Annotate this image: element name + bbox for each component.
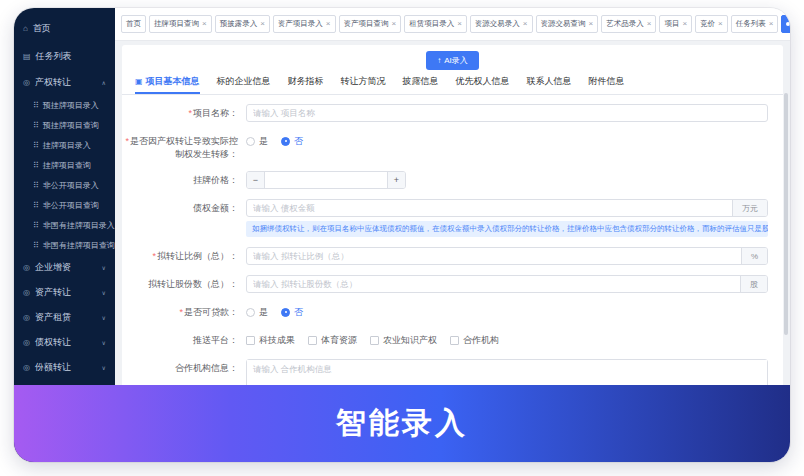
sidebar-subitem-0-3[interactable]: ⠿挂牌项目查询 bbox=[14, 155, 115, 175]
upload-icon: ↑ bbox=[437, 56, 441, 65]
debt-amount-input[interactable] bbox=[247, 203, 732, 213]
sidebar-item-0[interactable]: ⌂首页 bbox=[14, 14, 115, 42]
form-tab-6[interactable]: 联系人信息 bbox=[527, 75, 572, 94]
sidebar-subitem-label: 预挂牌项目录入 bbox=[43, 100, 99, 111]
sidebar-group-label: 资产转让 bbox=[35, 286, 71, 299]
field-label-text: 项目名称： bbox=[193, 108, 238, 118]
sidebar-group-1[interactable]: ◎企业增资∨ bbox=[14, 255, 115, 280]
page-tab-1[interactable]: 挂牌项目查询× bbox=[149, 15, 212, 33]
push-platforms-checkbox-group: 科技成果体育资源农业知识产权合作机构 bbox=[246, 331, 768, 349]
close-icon[interactable]: × bbox=[326, 20, 331, 28]
chevron-down-icon: ∨ bbox=[102, 314, 106, 321]
field-label-text: 合作机构信息： bbox=[175, 363, 238, 373]
form-tab-2[interactable]: 财务指标 bbox=[288, 75, 324, 94]
form-tab-3[interactable]: 转让方简况 bbox=[341, 75, 386, 94]
sidebar-subitem-label: 非国有挂牌项目录入 bbox=[43, 220, 115, 231]
page-tab-12[interactable]: 预挂牌项目录入× bbox=[781, 15, 790, 33]
page-tab-label: 竞价 bbox=[700, 19, 715, 29]
page-tab-6[interactable]: 资源交易录入× bbox=[470, 15, 533, 33]
sidebar-group-0[interactable]: ◎产权转让∧ bbox=[14, 70, 115, 95]
loan-available-radio-0[interactable]: 是 bbox=[246, 306, 268, 319]
scrollbar-thumb[interactable] bbox=[784, 93, 788, 335]
form-tab-label: 转让方简况 bbox=[341, 76, 386, 86]
sidebar-group-3[interactable]: ◎资产租赁∨ bbox=[14, 305, 115, 330]
page-tab-7[interactable]: 资源交易查询× bbox=[536, 15, 599, 33]
plus-button[interactable]: + bbox=[387, 172, 405, 188]
sidebar-subitem-0-2[interactable]: ⠿挂牌项目录入 bbox=[14, 135, 115, 155]
form-tab-7[interactable]: 附件信息 bbox=[589, 75, 625, 94]
close-icon[interactable]: × bbox=[457, 20, 462, 28]
sidebar-subitem-label: 挂牌项目查询 bbox=[43, 160, 91, 171]
transfer-ratio-input[interactable] bbox=[247, 251, 741, 261]
close-icon[interactable]: × bbox=[260, 20, 265, 28]
field-label-project-name: *项目名称： bbox=[122, 104, 246, 122]
form-tab-1[interactable]: 标的企业信息 bbox=[217, 75, 271, 94]
control-transfer-radio-0[interactable]: 是 bbox=[246, 135, 268, 148]
sidebar-subitem-label: 非国有挂牌项目查询 bbox=[43, 240, 115, 251]
sidebar-item-1[interactable]: ▤任务列表 bbox=[14, 42, 115, 70]
loan-available-radio-1[interactable]: 否 bbox=[281, 306, 303, 319]
sidebar-subitem-0-0[interactable]: ⠿预挂牌项目录入 bbox=[14, 95, 115, 115]
scrollbar[interactable] bbox=[784, 93, 788, 335]
sidebar-subitem-0-6[interactable]: ⠿非国有挂牌项目录入 bbox=[14, 215, 115, 235]
push-platforms-checkbox-2[interactable]: 农业知识产权 bbox=[370, 334, 437, 347]
push-platforms-checkbox-1[interactable]: 体育资源 bbox=[308, 334, 357, 347]
minus-button[interactable]: − bbox=[247, 172, 265, 188]
page-tab-3[interactable]: 资产项目录入× bbox=[273, 15, 336, 33]
page-tab-0[interactable]: 首页 bbox=[121, 15, 146, 33]
page-tab-10[interactable]: 竞价× bbox=[695, 15, 728, 33]
checkbox-icon bbox=[450, 336, 459, 345]
ai-entry-button[interactable]: ↑ AI录入 bbox=[426, 51, 479, 70]
page-tab-5[interactable]: 租赁项目录入× bbox=[404, 15, 467, 33]
sidebar-group-4[interactable]: ◎债权转让∨ bbox=[14, 330, 115, 355]
radio-icon bbox=[281, 308, 290, 317]
sidebar-subitem-0-1[interactable]: ⠿预挂牌项目查询 bbox=[14, 115, 115, 135]
page-tab-4[interactable]: 资产项目查询× bbox=[339, 15, 402, 33]
sidebar-subitem-0-7[interactable]: ⠿非国有挂牌项目查询 bbox=[14, 235, 115, 255]
close-icon[interactable]: × bbox=[718, 20, 723, 28]
debt-amount-hint: 如捆绑债权转让，则在项目名称中应体现债权的额值，在债权金额中录入债权部分的转让价… bbox=[246, 221, 768, 237]
page-tab-11[interactable]: 任务列表× bbox=[731, 15, 779, 33]
property-transfer-icon: ◎ bbox=[23, 78, 30, 87]
sidebar-group-5[interactable]: ◎份额转让∨ bbox=[14, 355, 115, 380]
close-icon[interactable]: × bbox=[647, 20, 652, 28]
form-tab-0[interactable]: ▣项目基本信息 bbox=[135, 75, 200, 94]
sub-item-icon: ⠿ bbox=[33, 141, 39, 150]
page-tab-label: 资产项目查询 bbox=[344, 19, 389, 29]
capital-increase-icon: ◎ bbox=[23, 263, 30, 272]
control-transfer-radio-1[interactable]: 否 bbox=[281, 135, 303, 148]
page-tab-label: 资产项目录入 bbox=[278, 19, 323, 29]
home-icon: ⌂ bbox=[23, 24, 28, 33]
page-tab-label: 挂牌项目查询 bbox=[154, 19, 199, 29]
push-platforms-checkbox-3[interactable]: 合作机构 bbox=[450, 334, 499, 347]
listing-price-stepper-input[interactable] bbox=[265, 172, 387, 188]
field-label-text: 拟转让股份数（总）： bbox=[148, 279, 238, 289]
form-tab-5[interactable]: 优先权人信息 bbox=[456, 75, 510, 94]
sidebar-group-2[interactable]: ◎资产转让∨ bbox=[14, 280, 115, 305]
page-tab-8[interactable]: 艺术品录入× bbox=[601, 15, 656, 33]
form-tab-label: 附件信息 bbox=[589, 76, 625, 86]
field-label-text: 推送平台： bbox=[193, 335, 238, 345]
form-row-debt-amount: 债权金额：万元如捆绑债权转让，则在项目名称中应体现债权的额值，在债权金额中录入债… bbox=[122, 199, 768, 237]
field-label-text: 拟转让比例（总）： bbox=[157, 251, 238, 261]
project-name-input[interactable] bbox=[247, 108, 767, 118]
sidebar-item-label: 首页 bbox=[33, 22, 51, 35]
page-tab-9[interactable]: 项目× bbox=[659, 15, 692, 33]
transfer-shares-input[interactable] bbox=[247, 279, 740, 289]
close-icon[interactable]: × bbox=[523, 20, 528, 28]
listing-price-stepper: −+ bbox=[246, 171, 406, 189]
form-row-transfer-ratio: *拟转让比例（总）：% bbox=[122, 247, 768, 265]
close-icon[interactable]: × bbox=[769, 20, 774, 28]
task-list-icon: ▤ bbox=[23, 52, 31, 61]
close-icon[interactable]: × bbox=[682, 20, 687, 28]
sidebar-subitem-0-4[interactable]: ⠿非公开项目录入 bbox=[14, 175, 115, 195]
sidebar-subitem-0-5[interactable]: ⠿非公开项目查询 bbox=[14, 195, 115, 215]
page-tab-2[interactable]: 预披露录入× bbox=[215, 15, 270, 33]
required-star: * bbox=[152, 251, 156, 261]
close-icon[interactable]: × bbox=[392, 20, 397, 28]
close-icon[interactable]: × bbox=[202, 20, 207, 28]
sub-item-icon: ⠿ bbox=[33, 121, 39, 130]
push-platforms-checkbox-0[interactable]: 科技成果 bbox=[246, 334, 295, 347]
form-tab-4[interactable]: 披露信息 bbox=[403, 75, 439, 94]
close-icon[interactable]: × bbox=[589, 20, 594, 28]
